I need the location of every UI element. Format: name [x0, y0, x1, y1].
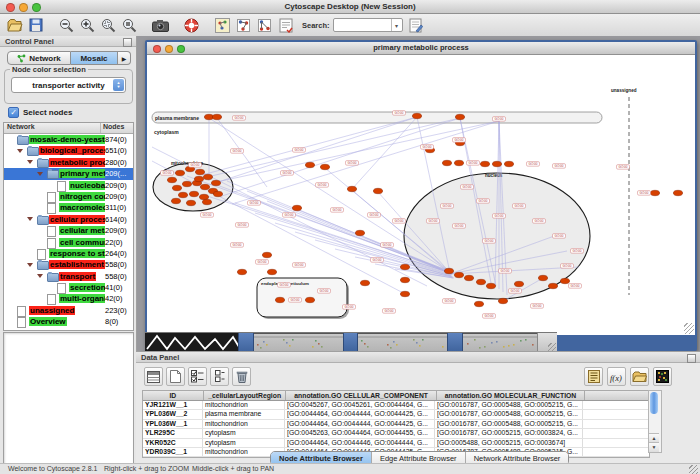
network-node[interactable]: [538, 275, 547, 280]
function-builder-icon[interactable]: f(x): [607, 367, 626, 386]
table-row-YKR052C[interactable]: YKR052Ccytoplasm[GO:0044464, GO:0044446,…: [143, 439, 649, 448]
network-node[interactable]: [186, 200, 195, 205]
expander-icon[interactable]: [27, 263, 33, 267]
network-edge[interactable]: [152, 161, 409, 296]
network-node[interactable]: [202, 199, 211, 204]
zoom-selected-icon[interactable]: [99, 16, 118, 34]
network-node[interactable]: [175, 170, 184, 175]
select-all-attributes-icon[interactable]: [144, 367, 163, 386]
tree-row-nitrogen-compo[interactable]: nitrogen compo209(0): [4, 191, 133, 202]
column-header-_cellularLayoutRegion[interactable]: _cellularLayoutRegion: [204, 391, 287, 400]
tree-row-cellular-process[interactable]: cellular process614(0): [4, 214, 133, 225]
network-node[interactable]: [195, 169, 204, 174]
new-attribute-icon[interactable]: [166, 367, 185, 386]
import-attributes-icon[interactable]: [630, 367, 649, 386]
attribute-list-icon[interactable]: [584, 367, 603, 386]
save-icon[interactable]: [26, 16, 45, 34]
tree-row-cellular-metabol[interactable]: cellular metabol209(0): [4, 225, 133, 236]
search-input[interactable]: ▾: [333, 18, 403, 32]
window-resize-grip[interactable]: [684, 323, 693, 332]
scroll-down-icon[interactable]: ▼: [649, 442, 659, 452]
network-node[interactable]: [486, 283, 495, 288]
tree-row-establishment-of-lo[interactable]: establishment of lo558(0): [4, 259, 133, 270]
network-node[interactable]: [454, 272, 463, 277]
expander-icon[interactable]: [37, 172, 43, 176]
network-node[interactable]: [442, 160, 451, 165]
network-node[interactable]: [275, 297, 284, 302]
tab-mosaic[interactable]: Mosaic: [71, 51, 118, 65]
edit-network-icon[interactable]: [409, 18, 423, 33]
network-node[interactable]: [213, 191, 222, 196]
network-edge[interactable]: [212, 121, 499, 183]
layout-edges-icon[interactable]: [255, 16, 274, 34]
network-window-titlebar[interactable]: primary metabolic process: [147, 42, 695, 55]
expander-icon[interactable]: [27, 217, 33, 221]
column-header-annotation.GO MOLECULAR_FUNCTION[interactable]: annotation.GO MOLECULAR_FUNCTION: [437, 391, 585, 400]
network-node[interactable]: [267, 269, 276, 274]
network-node[interactable]: [673, 190, 682, 195]
tree-row-transport[interactable]: transport558(0): [4, 271, 133, 282]
select-attributes-icon[interactable]: [188, 367, 207, 386]
network-node[interactable]: [464, 275, 473, 280]
expander-icon[interactable]: [27, 160, 33, 164]
float-panel-icon[interactable]: [687, 354, 696, 363]
network-node[interactable]: [305, 297, 314, 302]
tab-overflow-icon[interactable]: ▶: [118, 51, 131, 65]
tree-row-primary-metaboli[interactable]: primary metaboli209(...: [4, 168, 133, 179]
tree-row-multi-organism-pro[interactable]: multi-organism pro42(0): [4, 293, 133, 304]
tree-row-overview[interactable]: Overview8(0): [4, 316, 133, 327]
network-edge[interactable]: [222, 118, 460, 196]
network-node[interactable]: [400, 264, 409, 269]
network-node[interactable]: [212, 114, 221, 119]
background-view-strip[interactable]: [145, 332, 557, 352]
select-nodes-checkbox[interactable]: ✓: [8, 107, 19, 118]
network-node[interactable]: [498, 298, 507, 303]
tree-row-mosaic-demo-yeast[interactable]: mosaic-demo-yeast874(0): [4, 134, 133, 145]
network-node[interactable]: [347, 186, 356, 191]
zoom-out-icon[interactable]: [57, 16, 76, 34]
open-icon[interactable]: [5, 16, 24, 34]
network-node[interactable]: [171, 198, 180, 203]
attribute-dropdown[interactable]: transporter activity ▲▼: [11, 77, 126, 93]
network-node[interactable]: [454, 160, 463, 165]
annotation-icon[interactable]: [276, 16, 295, 34]
network-node[interactable]: [480, 161, 489, 166]
tree-row-cell-communicat[interactable]: cell communicat22(0): [4, 237, 133, 248]
network-node[interactable]: [412, 113, 421, 118]
matrix-icon[interactable]: [653, 367, 672, 386]
network-node[interactable]: [178, 192, 187, 197]
tree-row-response-to-stimul[interactable]: response to stimul264(0): [4, 248, 133, 259]
network-node[interactable]: [320, 164, 329, 169]
network-node[interactable]: [504, 161, 513, 166]
table-row-YJR121W__1[interactable]: YJR121W__1mitochondrion[GO:0045267, GO:0…: [143, 401, 649, 410]
tree-row-biological-process[interactable]: biological_process651(0): [4, 145, 133, 156]
tree-row-secretion[interactable]: secretion41(0): [4, 282, 133, 293]
network-node[interactable]: [292, 205, 301, 210]
column-header-empty[interactable]: [585, 391, 649, 400]
network-node[interactable]: [305, 162, 314, 167]
birdseye-navigator[interactable]: [3, 332, 134, 474]
network-node[interactable]: [237, 269, 246, 274]
network-node[interactable]: [211, 180, 220, 185]
network-node[interactable]: [444, 268, 453, 273]
search-dropdown-icon[interactable]: ▾: [391, 19, 402, 31]
help-icon[interactable]: [182, 16, 201, 34]
network-node[interactable]: [400, 291, 409, 296]
network-node[interactable]: [476, 279, 485, 284]
tree-row-metabolic-process[interactable]: metabolic process280(0): [4, 157, 133, 168]
float-panel-icon[interactable]: [123, 38, 132, 47]
network-node[interactable]: [203, 174, 212, 179]
network-node[interactable]: [492, 161, 501, 166]
network-node[interactable]: [189, 191, 198, 196]
network-node[interactable]: [262, 252, 271, 257]
table-row-YPL036W__2[interactable]: YPL036W__2plasma membrane[GO:0044464, GO…: [143, 410, 649, 419]
network-node[interactable]: [373, 188, 382, 193]
network-node[interactable]: [514, 281, 523, 286]
tree-row-unassigned[interactable]: unassigned223(0): [4, 305, 133, 316]
expander-icon[interactable]: [37, 274, 43, 278]
zoom-fit-icon[interactable]: [120, 16, 139, 34]
app-resize-grip[interactable]: [689, 465, 698, 474]
network-node[interactable]: [360, 280, 369, 285]
layout-nodes-icon[interactable]: [234, 16, 253, 34]
table-row-YLR295C[interactable]: YLR295Ccytoplasm[GO:0045263, GO:0044464,…: [143, 429, 649, 438]
